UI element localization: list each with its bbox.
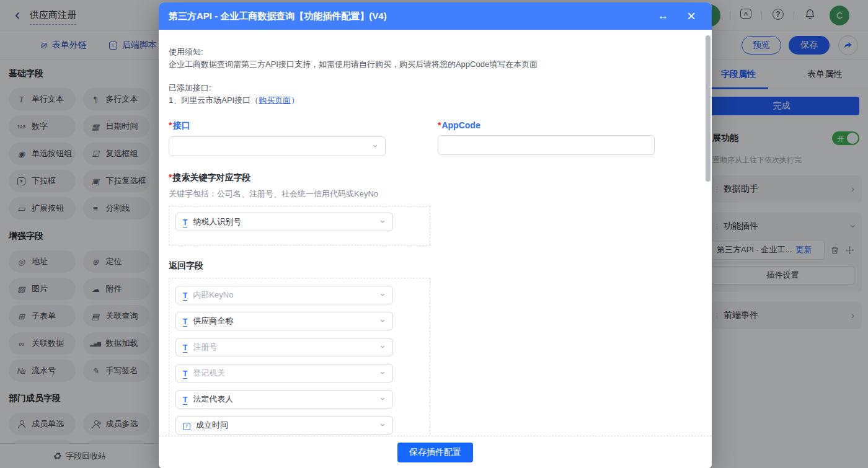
api-form-row: *接口 › *AppCode — [169, 120, 702, 156]
usage-notice-title: 使用须知: — [169, 46, 702, 58]
return-fields-label: 返回字段 — [169, 260, 702, 272]
purchase-page-link[interactable]: 购买页面 — [259, 95, 291, 105]
field-icon: T — [183, 369, 187, 378]
select-value: 登记机关 — [193, 368, 225, 379]
keyword-field-container: T 纳税人识别号 › — [169, 206, 430, 245]
return-fields-container: T 内部KeyNo › T 供应商全称 › T 注册号 › T 登记机关 › T… — [169, 278, 430, 436]
select-value: 注册号 — [193, 342, 217, 353]
keyword-block: *搜索关键字对应字段 关键字包括：公司名、注册号、社会统一信用代码或KeyNo … — [169, 172, 702, 245]
return-field-select[interactable]: T 注册号 › — [175, 338, 393, 356]
field-icon: T — [183, 291, 187, 300]
return-field-select[interactable]: 7 成立时间 › — [175, 416, 393, 435]
required-mark: * — [169, 120, 172, 130]
added-api-item: 1、阿里云市场API接口（购买页面） — [169, 94, 702, 107]
appcode-input[interactable] — [438, 135, 655, 155]
modal-footer: 保存插件配置 — [159, 436, 712, 468]
required-mark: * — [169, 172, 172, 182]
return-field-select[interactable]: T 法定代表人 › — [175, 390, 393, 408]
modal-title: 第三方API - 企业工商数据查询【功能插件配置】(V4) — [169, 11, 658, 22]
save-plugin-config-button[interactable]: 保存插件配置 — [397, 443, 473, 462]
return-field-select[interactable]: T 登记机关 › — [175, 364, 393, 382]
field-icon: T — [183, 395, 187, 404]
chevron-down-icon: › — [379, 319, 388, 322]
chevron-down-icon: › — [379, 293, 388, 296]
select-value: 法定代表人 — [193, 394, 233, 405]
appcode-field: *AppCode — [438, 120, 655, 156]
chevron-down-icon: › — [379, 423, 388, 426]
chevron-down-icon: › — [371, 144, 381, 148]
modal-header: 第三方API - 企业工商数据查询【功能插件配置】(V4) ↔ × — [159, 2, 712, 30]
appcode-label: *AppCode — [438, 120, 655, 130]
select-value: 纳税人识别号 — [193, 216, 241, 227]
plugin-config-modal: 第三方API - 企业工商数据查询【功能插件配置】(V4) ↔ × 使用须知: … — [159, 2, 712, 468]
api-field: *接口 › — [169, 120, 386, 156]
added-api-title: 已添加接口: — [169, 82, 702, 94]
return-field-select[interactable]: T 供应商全称 › — [175, 312, 393, 330]
expand-icon[interactable]: ↔ — [658, 10, 668, 22]
added-api-text: ） — [291, 95, 299, 105]
select-value: 成立时间 — [196, 420, 228, 431]
required-mark: * — [438, 120, 441, 130]
app-window: ‹ 供应商注册 A ? C ⊘ 表单外链 ≈ 后端脚本 ıl 预览 保存 — [0, 0, 868, 468]
chevron-down-icon: › — [379, 371, 388, 374]
field-icon: T — [183, 343, 187, 352]
field-icon: T — [183, 317, 187, 326]
modal-body: 使用须知: 企业工商数据查询需第三方API接口支持，如需使用请自行购买，购买后请… — [159, 30, 712, 436]
field-icon: 7 — [183, 420, 190, 430]
keyword-label: *搜索关键字对应字段 — [169, 172, 702, 183]
added-api-text: 1、阿里云市场API接口（ — [169, 95, 259, 105]
modal-scrollbar[interactable] — [706, 35, 711, 182]
text-field-icon: T — [183, 218, 187, 227]
api-label: *接口 — [169, 120, 386, 131]
api-select[interactable]: › — [169, 136, 386, 156]
chevron-down-icon: › — [379, 345, 388, 348]
select-value: 供应商全称 — [193, 316, 233, 327]
select-value: 内部KeyNo — [193, 289, 233, 301]
keyword-help: 关键字包括：公司名、注册号、社会统一信用代码或KeyNo — [169, 188, 702, 200]
keyword-field-select[interactable]: T 纳税人识别号 › — [175, 213, 393, 231]
return-field-select[interactable]: T 内部KeyNo › — [175, 286, 393, 304]
usage-notice-body: 企业工商数据查询需第三方API接口支持，如需使用请自行购买，购买后请将您的App… — [169, 58, 702, 71]
chevron-down-icon: › — [379, 220, 388, 223]
close-icon[interactable]: × — [687, 10, 696, 22]
chevron-down-icon: › — [379, 397, 388, 400]
